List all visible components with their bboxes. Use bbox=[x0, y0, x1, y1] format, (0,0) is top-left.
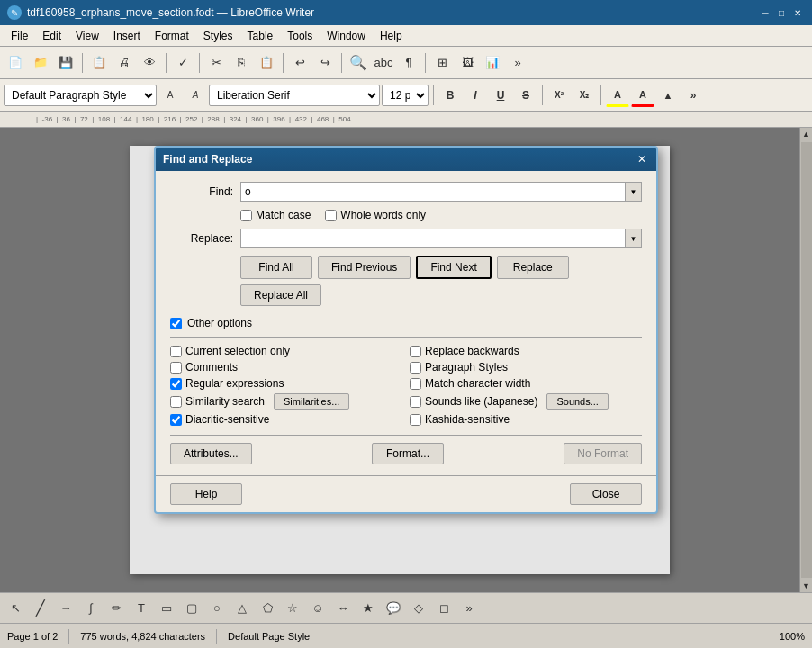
paste-btn[interactable]: 📋 bbox=[255, 51, 278, 75]
sounds-btn[interactable]: Sounds... bbox=[546, 393, 608, 410]
rounded-rect-btn[interactable]: ▢ bbox=[180, 597, 203, 620]
find-btn[interactable]: 🔍 bbox=[347, 51, 370, 75]
double-arrow-btn[interactable]: ↔ bbox=[331, 597, 355, 620]
freeform-btn[interactable]: ✏ bbox=[104, 597, 128, 620]
find-all-btn[interactable]: Find All bbox=[240, 256, 312, 279]
cut-btn[interactable]: ✂ bbox=[204, 51, 228, 75]
strikethrough-btn[interactable]: S bbox=[514, 84, 537, 107]
whole-words-item[interactable]: Whole words only bbox=[325, 209, 426, 221]
whole-words-checkbox[interactable] bbox=[325, 210, 337, 221]
spellcheck2-btn[interactable]: abc bbox=[372, 51, 395, 75]
replace-btn[interactable]: Replace bbox=[497, 256, 569, 279]
current-selection-item[interactable]: Current selection only bbox=[170, 345, 402, 357]
more-draw-btn[interactable]: » bbox=[457, 597, 481, 620]
subscript-btn[interactable]: X₂ bbox=[573, 84, 596, 107]
char-highlight-btn[interactable]: ▲ bbox=[656, 84, 680, 107]
formatting-marks-btn[interactable]: ¶ bbox=[397, 51, 420, 75]
format-find-btn[interactable]: Format... bbox=[372, 443, 444, 464]
no-format-btn[interactable]: No Format bbox=[564, 443, 642, 464]
open-btn[interactable]: 📁 bbox=[29, 51, 52, 75]
line-tool-btn[interactable]: ╱ bbox=[29, 597, 52, 620]
sounds-like-item[interactable]: Sounds like (Japanese) Sounds... bbox=[410, 393, 642, 410]
attributes-btn[interactable]: Attributes... bbox=[170, 443, 252, 464]
select-tool-btn[interactable]: ↖ bbox=[4, 597, 27, 620]
other-options-checkbox[interactable] bbox=[170, 318, 182, 329]
menu-edit[interactable]: Edit bbox=[35, 28, 68, 44]
menu-file[interactable]: File bbox=[4, 28, 35, 44]
spellcheck-btn[interactable]: ✓ bbox=[171, 51, 194, 75]
replace-dropdown-btn[interactable]: ▼ bbox=[626, 229, 642, 248]
font-family-select[interactable]: Liberation Serif bbox=[209, 85, 380, 106]
save-btn[interactable]: 💾 bbox=[54, 51, 77, 75]
triangle-btn[interactable]: △ bbox=[230, 597, 254, 620]
close-dialog-btn[interactable]: Close bbox=[570, 483, 642, 505]
find-dropdown-btn[interactable]: ▼ bbox=[626, 182, 642, 202]
other-options-toggle[interactable]: Other options bbox=[170, 317, 642, 329]
redo-btn[interactable]: ↪ bbox=[313, 51, 337, 75]
dialog-close-x-btn[interactable]: ✕ bbox=[635, 152, 649, 166]
more-fmt-btn[interactable]: » bbox=[681, 84, 705, 107]
polygon-btn[interactable]: ⬠ bbox=[256, 597, 279, 620]
new-btn[interactable]: 📄 bbox=[4, 51, 27, 75]
find-next-btn[interactable]: Find Next bbox=[416, 256, 491, 279]
sounds-like-checkbox[interactable] bbox=[410, 396, 421, 408]
similarities-btn[interactable]: Similarities... bbox=[274, 393, 349, 410]
superscript-btn[interactable]: X² bbox=[547, 84, 571, 107]
preview-btn[interactable]: 👁 bbox=[138, 51, 161, 75]
match-case-item[interactable]: Match case bbox=[240, 209, 311, 221]
regexp-checkbox[interactable] bbox=[170, 378, 182, 390]
ellipse-btn[interactable]: ○ bbox=[205, 597, 229, 620]
font-color-btn[interactable]: A bbox=[631, 84, 654, 107]
menu-help[interactable]: Help bbox=[373, 28, 410, 44]
menu-tools[interactable]: Tools bbox=[280, 28, 320, 44]
style-icon-btn[interactable]: A bbox=[158, 84, 182, 107]
menu-window[interactable]: Window bbox=[320, 28, 373, 44]
diacritic-item[interactable]: Diacritic-sensitive bbox=[170, 413, 402, 426]
kashida-checkbox[interactable] bbox=[410, 414, 421, 426]
match-case-checkbox[interactable] bbox=[240, 210, 252, 221]
copy-btn[interactable]: ⎘ bbox=[230, 51, 253, 75]
underline-btn[interactable]: U bbox=[489, 84, 512, 107]
kashida-item[interactable]: Kashida-sensitive bbox=[410, 413, 642, 426]
rect-btn[interactable]: ▭ bbox=[155, 597, 178, 620]
export-pdf-btn[interactable]: 📋 bbox=[87, 51, 111, 75]
bold-btn[interactable]: B bbox=[438, 84, 462, 107]
close-button[interactable]: ✕ bbox=[790, 5, 805, 20]
comments-item[interactable]: Comments bbox=[170, 361, 402, 374]
menu-styles[interactable]: Styles bbox=[196, 28, 240, 44]
text-box-btn[interactable]: T bbox=[130, 597, 153, 620]
callout-btn[interactable]: 💬 bbox=[382, 597, 405, 620]
match-char-width-item[interactable]: Match character width bbox=[410, 377, 642, 390]
menu-insert[interactable]: Insert bbox=[106, 28, 148, 44]
match-char-checkbox[interactable] bbox=[410, 378, 421, 390]
maximize-button[interactable]: □ bbox=[774, 5, 789, 20]
arrow-tool-btn[interactable]: → bbox=[54, 597, 77, 620]
replace-backwards-item[interactable]: Replace backwards bbox=[410, 345, 642, 357]
image-btn[interactable]: 🖼 bbox=[456, 51, 479, 75]
comments-checkbox[interactable] bbox=[170, 362, 182, 374]
star-btn[interactable]: ☆ bbox=[281, 597, 304, 620]
replace-backwards-checkbox[interactable] bbox=[410, 346, 421, 357]
chart-btn[interactable]: 📊 bbox=[481, 51, 504, 75]
shadow-btn[interactable]: ◻ bbox=[432, 597, 456, 620]
menu-table[interactable]: Table bbox=[240, 28, 281, 44]
find-input[interactable] bbox=[240, 182, 626, 202]
highlight-color-btn[interactable]: A bbox=[606, 84, 629, 107]
menu-view[interactable]: View bbox=[68, 28, 106, 44]
help-btn[interactable]: Help bbox=[170, 483, 242, 505]
similarity-item[interactable]: Similarity search Similarities... bbox=[170, 393, 402, 410]
para-styles-item[interactable]: Paragraph Styles bbox=[410, 361, 642, 374]
regexp-item[interactable]: Regular expressions bbox=[170, 377, 402, 390]
table-btn[interactable]: ⊞ bbox=[430, 51, 454, 75]
undo-btn[interactable]: ↩ bbox=[288, 51, 311, 75]
curve-tool-btn[interactable]: ∫ bbox=[79, 597, 103, 620]
para-styles-checkbox[interactable] bbox=[410, 362, 421, 374]
minimize-button[interactable]: ─ bbox=[758, 5, 772, 20]
current-selection-checkbox[interactable] bbox=[170, 346, 182, 357]
star2-btn[interactable]: ★ bbox=[356, 597, 380, 620]
similarity-checkbox[interactable] bbox=[170, 396, 182, 408]
replace-all-btn[interactable]: Replace All bbox=[240, 284, 321, 306]
print-btn[interactable]: 🖨 bbox=[113, 51, 136, 75]
style-update-btn[interactable]: A bbox=[184, 84, 207, 107]
italic-btn[interactable]: I bbox=[464, 84, 487, 107]
